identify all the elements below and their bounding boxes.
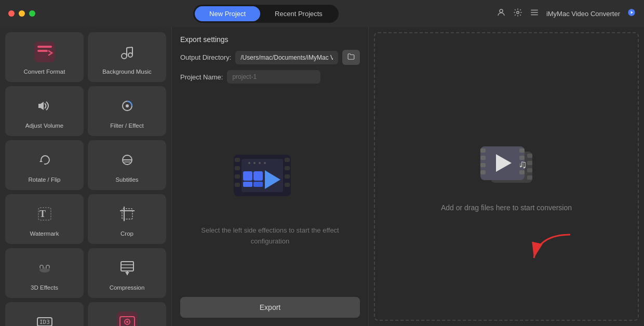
svg-point-71 xyxy=(259,162,261,164)
sidebar-item-watermark[interactable]: T Watermark xyxy=(5,194,84,244)
crop-icon xyxy=(115,201,140,226)
svg-point-0 xyxy=(500,9,503,12)
right-panel[interactable]: ♫ Add or drag files here to start conver… xyxy=(374,32,639,321)
svg-rect-9 xyxy=(37,50,48,52)
project-name-input[interactable] xyxy=(227,70,320,84)
maximize-button[interactable] xyxy=(29,10,35,17)
svg-rect-22 xyxy=(34,150,55,170)
rotate-icon xyxy=(32,147,57,172)
svg-rect-8 xyxy=(37,46,52,48)
close-button[interactable] xyxy=(8,10,15,17)
svg-point-21 xyxy=(126,104,129,107)
export-button[interactable]: Export xyxy=(180,297,360,318)
drop-hint-text: Add or drag files here to start conversi… xyxy=(441,203,572,212)
export-settings-title: Export settings xyxy=(180,35,360,44)
sidebar-item-id3[interactable]: ID3 ID3 xyxy=(5,302,84,326)
svg-rect-62 xyxy=(285,183,290,187)
watermark-icon: T xyxy=(32,201,57,226)
tab-recent-projects[interactable]: Recent Projects xyxy=(260,6,337,21)
svg-rect-86 xyxy=(480,170,486,174)
svg-rect-56 xyxy=(235,166,240,170)
tab-group: New Project Recent Projects xyxy=(193,5,339,23)
svg-rect-31 xyxy=(117,203,138,224)
subtitles-label: Subtitles xyxy=(115,176,138,183)
svg-rect-79 xyxy=(527,161,532,165)
sidebar-item-crop[interactable]: Crop xyxy=(88,194,166,244)
project-name-row: Project Name: xyxy=(180,70,360,84)
drop-zone-content: ♫ Add or drag files here to start conver… xyxy=(441,141,572,212)
project-name-label: Project Name: xyxy=(180,73,223,81)
svg-rect-57 xyxy=(235,174,240,179)
sidebar-item-filter-effect[interactable]: Filter / Effect xyxy=(88,86,166,136)
sidebar-item-3d-effects[interactable]: 3D Effects xyxy=(5,248,84,298)
menu-icon[interactable] xyxy=(530,8,539,19)
volume-icon xyxy=(32,93,57,118)
svg-point-53 xyxy=(126,321,128,323)
svg-rect-55 xyxy=(235,158,240,162)
svg-rect-39 xyxy=(41,266,43,269)
svg-rect-59 xyxy=(285,158,290,162)
subtitles-icon xyxy=(115,147,140,172)
svg-rect-81 xyxy=(527,175,532,180)
tab-new-project[interactable]: New Project xyxy=(195,6,260,21)
svg-rect-65 xyxy=(253,171,263,181)
svg-rect-16 xyxy=(34,96,55,116)
svg-line-15 xyxy=(127,47,132,48)
svg-rect-78 xyxy=(527,154,532,158)
settings-gear-icon[interactable] xyxy=(513,8,522,19)
sidebar-item-background-music[interactable]: Background Music xyxy=(88,32,166,82)
svg-rect-67 xyxy=(253,182,263,187)
id3-icon: ID3 xyxy=(32,309,57,326)
3d-effects-label: 3D Effects xyxy=(31,284,58,291)
sidebar-item-convert-format[interactable]: Convert Format xyxy=(5,32,84,82)
center-panel: Export settings Output Directory: Projec… xyxy=(171,27,369,326)
3d-icon xyxy=(32,255,57,280)
svg-rect-61 xyxy=(285,174,290,179)
crop-label: Crop xyxy=(120,230,133,237)
svg-rect-87 xyxy=(519,148,525,153)
sidebar-item-rotate-flip[interactable]: Rotate / Flip xyxy=(5,140,84,190)
svg-text:♫: ♫ xyxy=(518,158,527,171)
svg-text:T: T xyxy=(39,209,46,219)
folder-browse-button[interactable] xyxy=(342,50,360,65)
adjust-volume-label: Adjust Volume xyxy=(25,123,64,129)
arrow-indicator xyxy=(529,229,575,268)
compression-label: Compression xyxy=(110,284,145,291)
convert-format-label: Convert Format xyxy=(24,69,65,75)
filter-effect-label: Filter / Effect xyxy=(110,123,143,129)
svg-rect-60 xyxy=(285,166,290,170)
svg-rect-83 xyxy=(480,148,486,153)
effect-illustration xyxy=(213,139,327,217)
svg-point-69 xyxy=(248,162,250,164)
filter-icon xyxy=(115,93,140,118)
screenshot-icon xyxy=(115,309,140,326)
app-logo-icon xyxy=(627,8,636,19)
svg-rect-90 xyxy=(519,170,525,174)
svg-rect-40 xyxy=(47,266,49,269)
svg-text:ID3: ID3 xyxy=(39,319,50,325)
svg-point-1 xyxy=(517,11,519,14)
svg-rect-80 xyxy=(527,168,532,172)
titlebar-right: iMyMac Video Converter xyxy=(497,8,636,19)
minimize-button[interactable] xyxy=(19,10,25,17)
output-dir-input[interactable] xyxy=(235,51,338,64)
sidebar-item-adjust-volume[interactable]: Adjust Volume xyxy=(5,86,84,136)
background-music-label: Background Music xyxy=(102,69,152,75)
sidebar-item-screenshot[interactable]: Screenshot xyxy=(88,302,166,326)
rotate-flip-label: Rotate / Flip xyxy=(29,176,61,183)
titlebar: New Project Recent Projects iMyMac Video… xyxy=(0,0,644,27)
output-dir-row: Output Directory: xyxy=(180,50,360,65)
effect-preview: Select the left side effections to start… xyxy=(180,94,360,292)
compression-icon xyxy=(115,255,140,280)
main-area: Convert Format Background Music xyxy=(0,27,644,326)
profile-icon[interactable] xyxy=(497,8,506,19)
output-dir-label: Output Directory: xyxy=(180,53,231,61)
svg-rect-18 xyxy=(38,104,41,108)
convert-icon xyxy=(32,39,57,64)
effect-hint: Select the left side effections to start… xyxy=(201,225,339,247)
sidebar-item-compression[interactable]: Compression xyxy=(88,248,166,298)
svg-rect-58 xyxy=(235,183,240,187)
sidebar-item-subtitles[interactable]: Subtitles xyxy=(88,140,166,190)
app-name-label: iMyMac Video Converter xyxy=(546,10,620,18)
sidebar: Convert Format Background Music xyxy=(0,27,171,326)
